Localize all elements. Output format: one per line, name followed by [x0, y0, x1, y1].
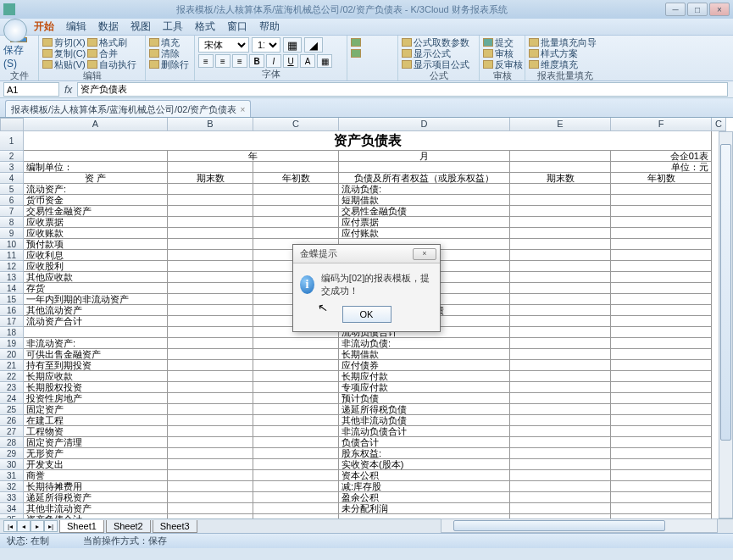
dialog-title-text: 金蝶提示: [300, 247, 337, 260]
dialog-titlebar[interactable]: 金蝶提示 ×: [293, 245, 440, 263]
mouse-cursor-icon: ↖: [317, 300, 330, 315]
message-dialog: 金蝶提示 × i 编码为[02]的报表模板，提交成功！ OK: [292, 244, 441, 332]
info-icon: i: [300, 275, 314, 294]
dialog-overlay: 金蝶提示 × i 编码为[02]的报表模板，提交成功！ OK ↖: [0, 0, 733, 560]
dialog-close-button[interactable]: ×: [413, 248, 436, 260]
dialog-message: 编码为[02]的报表模板，提交成功！: [321, 272, 433, 297]
dialog-ok-button[interactable]: OK: [342, 306, 391, 323]
